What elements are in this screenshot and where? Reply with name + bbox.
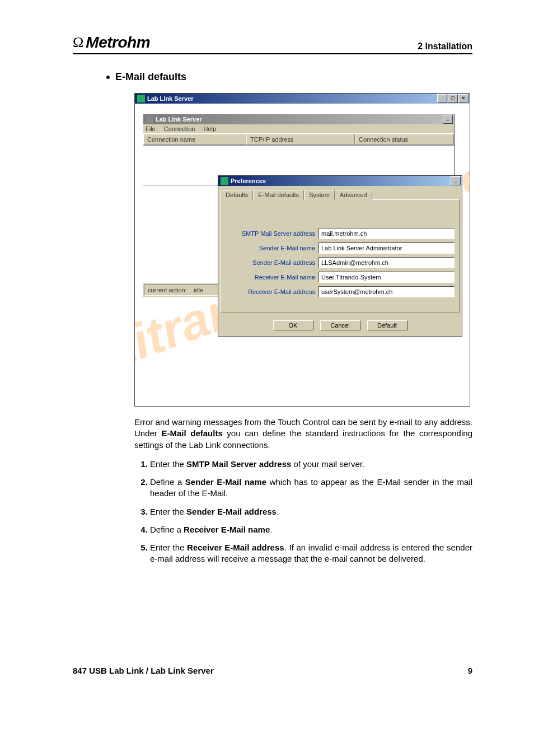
app-icon — [221, 177, 228, 185]
outer-window-title: Lab Link Server — [147, 95, 194, 102]
label-sender-name: Sender E-Mail name — [226, 245, 318, 251]
screenshot-figure: Lab Link Server _ □ × titrando nd Lab Li… — [134, 93, 470, 407]
section-header: 2 Installation — [418, 41, 472, 52]
maximize-button[interactable]: □ — [448, 94, 458, 103]
cancel-button[interactable]: Cancel — [320, 320, 360, 330]
col-connection-status[interactable]: Connection status — [355, 134, 454, 145]
footer-left: 847 USB Lab Link / Lab Link Server — [73, 666, 214, 675]
steps-list: Enter the SMTP Mail Server address of yo… — [134, 459, 472, 565]
app-icon — [146, 115, 153, 123]
menu-file[interactable]: File — [146, 125, 156, 132]
label-recv-name: Receiver E-Mail name — [226, 274, 318, 281]
menu-help[interactable]: Help — [204, 125, 217, 132]
tab-advanced[interactable]: Advanced — [335, 190, 372, 200]
minimize-button[interactable]: _ — [451, 176, 461, 185]
prefs-titlebar: Preferences _ — [218, 176, 462, 186]
omega-icon: Ω — [73, 34, 83, 51]
minimize-button[interactable]: _ — [437, 94, 447, 103]
brand-text: Metrohm — [86, 34, 150, 52]
minimize-button[interactable]: _ — [443, 115, 453, 124]
bullet-icon — [106, 76, 110, 79]
step-3: Enter the Sender E-Mail address. — [150, 506, 472, 517]
step-1: Enter the SMTP Mail Server address of yo… — [150, 459, 472, 470]
button-row: OK Cancel Default — [218, 315, 462, 336]
close-button[interactable]: × — [458, 94, 469, 103]
tab-defaults[interactable]: Defaults — [221, 190, 253, 200]
tab-panel: SMTP Mail Server address Sender E-Mail n… — [221, 199, 460, 312]
prefs-title: Preferences — [231, 178, 266, 184]
default-button[interactable]: Default — [367, 320, 407, 330]
tab-system[interactable]: System — [304, 190, 335, 200]
label-recv-addr: Receiver E-Mail address — [226, 288, 318, 295]
label-smtp: SMTP Mail Server address — [226, 230, 318, 237]
brand-logo: Ω Metrohm — [73, 34, 150, 52]
col-connection-name[interactable]: Connection name — [143, 134, 246, 145]
inner-titlebar: Lab Link Server _ — [143, 114, 454, 124]
app-icon — [137, 95, 145, 102]
body-paragraph: Error and warning messages from the Touc… — [134, 417, 472, 451]
status-value: idle — [194, 287, 203, 293]
preferences-window: Preferences _ Defaults E-Mail defaults S… — [218, 175, 462, 337]
label-sender-addr: Sender E-Mail address — [226, 259, 318, 266]
input-sender-addr[interactable] — [318, 257, 455, 268]
section-title: E-Mail defaults — [115, 71, 186, 83]
outer-titlebar: Lab Link Server _ □ × — [135, 94, 470, 104]
input-smtp[interactable] — [318, 228, 455, 239]
inner-window: Lab Link Server _ File Connection Help C… — [143, 114, 455, 185]
step-2: Define a Sender E-Mail name which has to… — [150, 477, 472, 500]
menu-bar: File Connection Help — [143, 124, 454, 133]
input-recv-name[interactable] — [318, 272, 455, 283]
inner-window-title: Lab Link Server — [156, 116, 202, 123]
step-4: Define a Receiver E-Mail name. — [150, 524, 472, 535]
step-5: Enter the Receiver E-Mail address. If an… — [150, 542, 472, 565]
status-label: current action: — [148, 287, 187, 293]
input-recv-addr[interactable] — [318, 286, 455, 297]
menu-connection[interactable]: Connection — [164, 125, 195, 132]
col-tcpip-address[interactable]: TCP/IP address — [246, 134, 355, 145]
tab-row: Defaults E-Mail defaults System Advanced — [218, 186, 462, 200]
tab-email-defaults[interactable]: E-Mail defaults — [253, 190, 304, 200]
page-number: 9 — [468, 666, 472, 675]
table-header: Connection name TCP/IP address Connectio… — [143, 133, 454, 146]
input-sender-name[interactable] — [318, 242, 455, 254]
ok-button[interactable]: OK — [273, 320, 313, 330]
